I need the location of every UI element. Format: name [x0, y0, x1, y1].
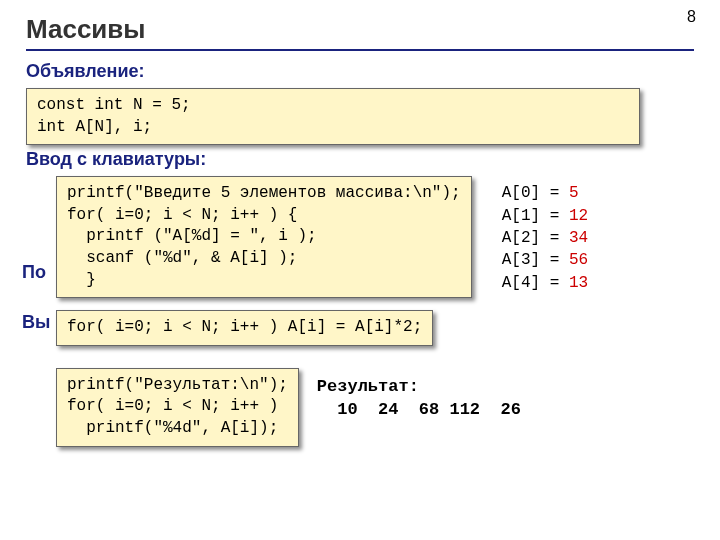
code-declaration: const int N = 5; int A[N], i; — [26, 88, 640, 145]
label-input: Ввод с клавиатуры: — [26, 149, 694, 170]
page-title: Массивы — [26, 14, 694, 45]
label-elementwise: По — [22, 262, 46, 283]
code-input: printf("Введите 5 элементов массива:\n")… — [56, 176, 472, 298]
sample-value: 56 — [569, 251, 588, 269]
sample-value: 34 — [569, 229, 588, 247]
sample-value: 13 — [569, 274, 588, 292]
label-output: Вы — [22, 312, 50, 333]
result-values: 10 24 68 112 26 — [317, 400, 521, 419]
input-row: По printf("Введите 5 элементов массива:\… — [26, 176, 694, 298]
output-row: printf("Результат:\n"); for( i=0; i < N;… — [26, 368, 694, 447]
sample-input-list: A[0] = 5 A[1] = 12 A[2] = 34 A[3] = 56 A… — [502, 182, 588, 294]
double-row: Вы for( i=0; i < N; i++ ) A[i] = A[i]*2; — [26, 310, 694, 346]
slide: 8 Массивы Объявление: const int N = 5; i… — [0, 0, 720, 540]
sample-label: A[2] = — [502, 229, 560, 247]
sample-label: A[0] = — [502, 184, 560, 202]
code-print: printf("Результат:\n"); for( i=0; i < N;… — [56, 368, 299, 447]
list-item: A[3] = 56 — [502, 249, 588, 271]
label-declaration: Объявление: — [26, 61, 694, 82]
title-rule — [26, 49, 694, 51]
result-heading: Результат: — [317, 377, 419, 396]
list-item: A[4] = 13 — [502, 272, 588, 294]
sample-label: A[3] = — [502, 251, 560, 269]
sample-label: A[1] = — [502, 207, 560, 225]
sample-value: 12 — [569, 207, 588, 225]
page-number: 8 — [687, 8, 696, 26]
list-item: A[1] = 12 — [502, 205, 588, 227]
result-block: Результат: 10 24 68 112 26 — [317, 376, 521, 422]
code-double: for( i=0; i < N; i++ ) A[i] = A[i]*2; — [56, 310, 433, 346]
sample-value: 5 — [569, 184, 579, 202]
sample-label: A[4] = — [502, 274, 560, 292]
list-item: A[2] = 34 — [502, 227, 588, 249]
list-item: A[0] = 5 — [502, 182, 588, 204]
